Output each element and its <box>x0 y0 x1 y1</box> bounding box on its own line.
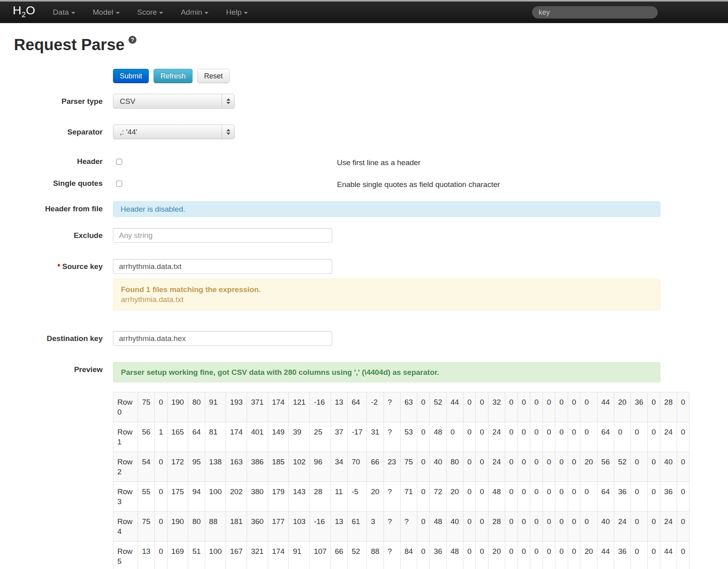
table-cell: 24 <box>488 452 505 482</box>
reset-button[interactable]: Reset <box>197 69 230 83</box>
table-cell: 88 <box>367 542 383 569</box>
separator-select[interactable]: ,: '44' <box>113 125 235 139</box>
table-cell: 36 <box>430 542 446 569</box>
help-icon[interactable]: ? <box>128 36 136 44</box>
table-cell: 0 <box>417 512 430 542</box>
table-cell: 28 <box>310 482 331 512</box>
destination-key-label: Destination key <box>14 331 103 343</box>
separator-label: Separator <box>14 125 103 136</box>
table-cell: 179 <box>268 482 289 512</box>
spacer-label <box>14 279 103 281</box>
table-cell: 0 <box>518 452 530 482</box>
row-label: Row 4 <box>113 512 138 542</box>
table-cell: 0 <box>543 392 555 422</box>
table-cell: 0 <box>463 452 476 482</box>
table-cell: 0 <box>555 392 568 422</box>
table-cell: 80 <box>188 512 205 542</box>
table-cell: 0 <box>614 422 631 452</box>
table-cell: 0 <box>155 392 167 422</box>
single-quotes-checkbox[interactable] <box>116 181 122 187</box>
table-cell: 44 <box>446 392 463 422</box>
search-input[interactable] <box>532 6 658 19</box>
header-row: Header Use first line as a header <box>14 157 728 166</box>
table-cell: 0 <box>677 542 689 569</box>
table-cell: 24 <box>614 512 631 542</box>
table-cell: 0 <box>463 542 476 569</box>
table-cell: 0 <box>543 512 555 542</box>
table-cell: 0 <box>505 512 518 542</box>
table-cell: 20 <box>488 542 505 569</box>
table-cell: 13 <box>138 542 155 569</box>
table-cell: 380 <box>247 482 268 512</box>
nav-item-model[interactable]: Model <box>93 8 120 17</box>
table-cell: 0 <box>505 392 518 422</box>
table-cell: 40 <box>597 512 614 542</box>
table-cell: 0 <box>518 482 530 512</box>
table-cell: -2 <box>367 392 383 422</box>
refresh-button[interactable]: Refresh <box>154 69 192 83</box>
table-cell: 143 <box>289 482 310 512</box>
source-key-input[interactable] <box>113 259 332 274</box>
exclude-row: Exclude <box>14 228 728 243</box>
table-cell: 0 <box>555 542 568 569</box>
source-key-row: *Source key <box>14 259 728 274</box>
exclude-input[interactable] <box>113 228 332 243</box>
table-cell: 0 <box>417 422 430 452</box>
main-content: Request Parse? Submit Refresh Reset Pars… <box>0 35 728 569</box>
table-cell: 36 <box>660 482 677 512</box>
chevron-down-icon <box>226 102 230 104</box>
table-cell: 56 <box>597 452 614 482</box>
table-cell: 0 <box>530 422 543 452</box>
table-cell: 48 <box>446 542 463 569</box>
table-cell: 48 <box>430 512 446 542</box>
nav-item-admin[interactable]: Admin <box>181 8 208 17</box>
h2o-logo[interactable]: H2O <box>13 0 35 25</box>
parser-type-select[interactable]: CSV <box>113 94 235 109</box>
table-cell: 53 <box>400 422 417 452</box>
table-cell: 107 <box>310 542 331 569</box>
table-cell: 72 <box>430 482 446 512</box>
table-cell: 0 <box>417 542 430 569</box>
preview-row: Preview Parser setup working fine, got C… <box>14 362 728 382</box>
table-cell: 84 <box>400 542 417 569</box>
table-cell: 163 <box>226 452 247 482</box>
table-cell: ? <box>383 392 400 422</box>
submit-button[interactable]: Submit <box>113 69 149 83</box>
table-cell: 36 <box>614 542 631 569</box>
table-cell: 37 <box>331 422 347 452</box>
nav-item-help[interactable]: Help <box>226 8 248 17</box>
table-cell: 34 <box>331 452 347 482</box>
table-cell: 96 <box>310 452 331 482</box>
table-cell: 39 <box>289 422 310 452</box>
table-cell: ? <box>383 542 400 569</box>
toolbar: Submit Refresh Reset <box>113 69 728 83</box>
table-cell: 175 <box>167 482 188 512</box>
table-cell: 0 <box>505 482 518 512</box>
table-cell: 48 <box>488 482 505 512</box>
table-cell: 177 <box>268 512 289 542</box>
destination-key-input[interactable] <box>113 331 332 346</box>
nav-item-score[interactable]: Score <box>137 8 164 17</box>
table-cell: 0 <box>580 512 597 542</box>
files-found-title: Found 1 files matching the expression. <box>121 284 652 294</box>
brand-sub: 2 <box>21 10 26 19</box>
table-cell: 64 <box>347 392 366 422</box>
table-cell: 0 <box>476 392 489 422</box>
table-cell: 0 <box>155 482 167 512</box>
table-cell: 0 <box>580 422 597 452</box>
table-cell: 64 <box>597 422 614 452</box>
caret-down-icon <box>71 12 75 14</box>
caret-down-icon <box>244 12 248 14</box>
table-cell: 0 <box>530 482 543 512</box>
header-from-file-label: Header from file <box>14 201 103 213</box>
table-cell: 24 <box>488 422 505 452</box>
table-cell: 20 <box>580 542 597 569</box>
table-cell: 0 <box>543 422 555 452</box>
table-cell: 360 <box>247 512 268 542</box>
table-cell: 0 <box>543 452 555 482</box>
table-cell: 100 <box>205 542 226 569</box>
header-checkbox[interactable] <box>116 159 122 165</box>
table-cell: 0 <box>155 512 167 542</box>
nav-item-label: Help <box>226 8 241 17</box>
nav-item-data[interactable]: Data <box>53 8 75 17</box>
